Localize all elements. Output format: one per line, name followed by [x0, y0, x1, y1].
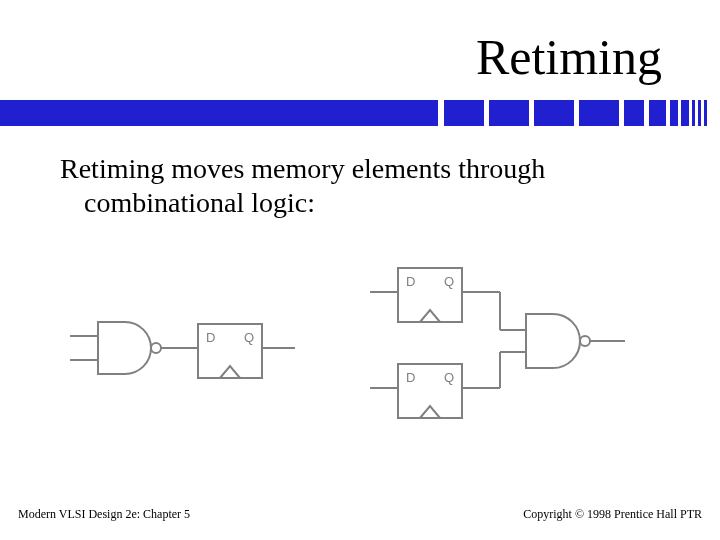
ff-q-label: Q — [444, 274, 454, 289]
nand-gate-icon — [98, 322, 151, 374]
body-line-2: combinational logic: — [60, 186, 670, 220]
bubble-icon — [151, 343, 161, 353]
left-group — [70, 322, 295, 378]
slide-title: Retiming — [476, 28, 662, 86]
body-text: Retiming moves memory elements through c… — [60, 152, 670, 219]
ff-q-label: Q — [444, 370, 454, 385]
accent-bar — [624, 100, 644, 126]
bubble-icon — [580, 336, 590, 346]
accent-bar — [692, 100, 695, 126]
accent-bar-row — [0, 100, 720, 126]
ff-d-label: D — [406, 370, 415, 385]
accent-bar — [704, 100, 707, 126]
accent-bar — [649, 100, 666, 126]
accent-bar — [681, 100, 689, 126]
slide: Retiming Retiming moves memory elements … — [0, 0, 720, 540]
footer-left: Modern VLSI Design 2e: Chapter 5 — [18, 507, 190, 522]
retiming-diagram: D Q — [70, 260, 650, 440]
accent-bar — [670, 100, 678, 126]
accent-bar — [698, 100, 701, 126]
accent-bar — [534, 100, 574, 126]
accent-bar — [0, 100, 438, 126]
ff-q-label: Q — [244, 330, 254, 345]
accent-bar — [489, 100, 529, 126]
ff-d-label: D — [406, 274, 415, 289]
accent-bar — [444, 100, 484, 126]
nand-gate-icon — [526, 314, 580, 368]
footer-right: Copyright © 1998 Prentice Hall PTR — [523, 507, 702, 522]
ff-d-label: D — [206, 330, 215, 345]
body-line-1: Retiming moves memory elements through — [60, 153, 545, 184]
accent-bar — [579, 100, 619, 126]
right-group — [370, 268, 625, 418]
